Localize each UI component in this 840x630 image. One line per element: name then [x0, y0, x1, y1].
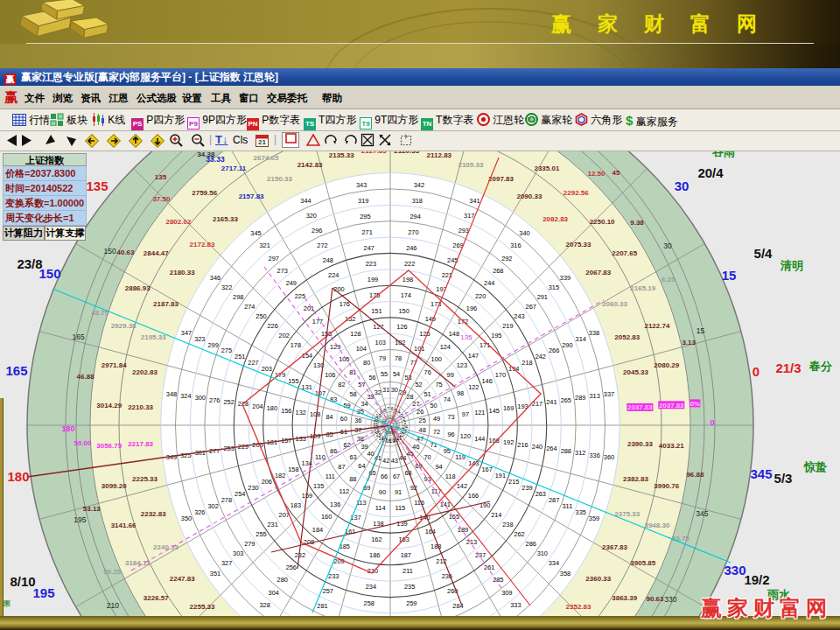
svg-text:51: 51: [424, 390, 430, 398]
svg-text:179: 179: [275, 371, 285, 379]
svg-text:304: 304: [269, 589, 279, 597]
svg-text:春分: 春分: [808, 360, 833, 373]
svg-text:93.75: 93.75: [672, 535, 690, 542]
svg-text:248: 248: [323, 256, 333, 264]
svg-text:345: 345: [696, 509, 708, 518]
svg-text:337: 337: [604, 390, 614, 398]
svg-text:2045.33: 2045.33: [623, 368, 648, 376]
svg-text:115: 115: [395, 504, 405, 512]
svg-text:118: 118: [445, 472, 456, 480]
svg-text:330: 330: [724, 563, 746, 578]
svg-text:263: 263: [536, 490, 546, 498]
svg-text:195: 195: [491, 332, 501, 340]
svg-text:3014.29: 3014.29: [96, 402, 122, 410]
svg-text:2135.33: 2135.33: [329, 151, 354, 159]
svg-text:4033.21: 4033.21: [659, 442, 684, 450]
svg-text:183: 183: [290, 501, 301, 509]
svg-text:176: 176: [340, 300, 350, 308]
svg-text:2202.83: 2202.83: [132, 368, 158, 376]
svg-text:347: 347: [181, 329, 192, 337]
svg-text:106: 106: [325, 371, 335, 379]
svg-text:2075.33: 2075.33: [566, 241, 592, 248]
svg-text:114: 114: [375, 504, 386, 512]
svg-text:87: 87: [338, 463, 345, 471]
svg-text:132: 132: [296, 409, 306, 416]
svg-text:258: 258: [364, 599, 374, 607]
svg-text:谷雨: 谷雨: [711, 151, 736, 158]
svg-text:330: 330: [664, 595, 676, 604]
svg-text:150: 150: [38, 266, 60, 281]
svg-text:43: 43: [391, 457, 398, 465]
svg-text:160: 160: [321, 513, 332, 521]
svg-text:167: 167: [481, 466, 492, 473]
svg-text:319: 319: [358, 197, 368, 205]
svg-text:342: 342: [414, 181, 424, 189]
svg-text:239: 239: [522, 484, 532, 492]
svg-text:128: 128: [350, 330, 360, 338]
svg-text:46.88: 46.88: [77, 373, 95, 381]
svg-text:4: 4: [398, 410, 401, 415]
svg-text:335: 335: [576, 508, 586, 516]
svg-text:清明: 清明: [780, 259, 803, 272]
svg-text:108: 108: [310, 410, 320, 418]
svg-text:21/3: 21/3: [775, 360, 801, 375]
svg-text:2150.33: 2150.33: [267, 175, 292, 183]
svg-text:215: 215: [508, 478, 519, 486]
svg-text:40: 40: [367, 450, 374, 458]
svg-text:3226.57: 3226.57: [144, 594, 169, 602]
svg-text:169: 169: [503, 404, 514, 412]
svg-text:135: 135: [313, 482, 324, 490]
svg-text:162: 162: [371, 536, 382, 543]
svg-text:2172.83: 2172.83: [190, 241, 215, 248]
svg-text:5/3: 5/3: [774, 471, 793, 486]
svg-text:261: 261: [484, 564, 494, 571]
svg-text:2247.83: 2247.83: [170, 575, 195, 583]
svg-text:360: 360: [604, 453, 614, 461]
svg-text:2971.84: 2971.84: [102, 361, 127, 369]
svg-text:230: 230: [248, 484, 258, 492]
svg-text:76: 76: [424, 368, 431, 376]
svg-text:196: 196: [466, 304, 477, 312]
svg-text:148: 148: [449, 330, 459, 338]
svg-text:241: 241: [546, 398, 556, 406]
svg-text:75: 75: [435, 381, 442, 388]
svg-text:182: 182: [275, 472, 285, 480]
svg-text:218: 218: [522, 359, 532, 367]
svg-text:165: 165: [449, 513, 459, 521]
svg-text:7: 7: [387, 406, 389, 411]
svg-text:290: 290: [562, 341, 572, 349]
svg-text:82: 82: [338, 381, 345, 388]
svg-text:3905.85: 3905.85: [630, 559, 655, 567]
svg-text:346: 346: [210, 274, 220, 282]
svg-text:297: 297: [269, 255, 279, 262]
svg-text:2360.33: 2360.33: [585, 575, 611, 583]
svg-text:2090.33: 2090.33: [516, 192, 542, 200]
svg-text:31: 31: [382, 386, 389, 394]
svg-text:276: 276: [209, 396, 220, 404]
svg-text:339: 339: [560, 274, 570, 282]
svg-text:150: 150: [398, 307, 409, 315]
svg-text:288: 288: [561, 447, 571, 455]
svg-text:180: 180: [7, 469, 29, 484]
svg-text:210: 210: [107, 601, 119, 610]
svg-text:97: 97: [462, 410, 469, 418]
svg-text:246: 246: [406, 244, 416, 252]
svg-text:180: 180: [267, 404, 277, 412]
svg-text:222: 222: [404, 260, 415, 268]
svg-text:53.13: 53.13: [83, 505, 102, 513]
svg-text:274: 274: [244, 303, 255, 311]
svg-text:224: 224: [328, 271, 339, 279]
svg-text:204: 204: [252, 402, 262, 410]
svg-text:315: 315: [549, 284, 559, 291]
svg-text:321: 321: [259, 242, 270, 249]
svg-text:30: 30: [391, 386, 398, 394]
svg-text:0: 0: [752, 364, 760, 379]
svg-text:170: 170: [495, 371, 506, 379]
svg-text:2210.33: 2210.33: [128, 403, 153, 411]
svg-text:216: 216: [517, 441, 528, 449]
svg-text:255: 255: [256, 530, 266, 538]
svg-text:135: 135: [86, 178, 108, 193]
svg-text:60: 60: [340, 415, 347, 423]
svg-text:5/4: 5/4: [754, 246, 774, 261]
svg-text:311: 311: [563, 502, 573, 510]
